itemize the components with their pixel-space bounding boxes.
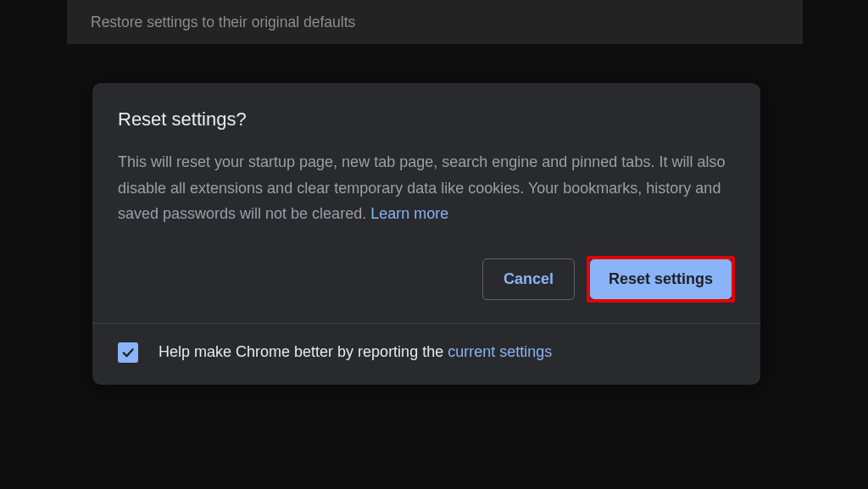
cancel-button[interactable]: Cancel [482,258,575,300]
dialog-footer: Help make Chrome better by reporting the… [92,323,760,385]
report-settings-checkbox[interactable] [118,342,138,363]
dialog-body: This will reset your startup page, new t… [118,149,735,227]
dialog-title: Reset settings? [118,108,735,131]
settings-row-label: Restore settings to their original defau… [91,14,355,31]
highlight-annotation: Reset settings [587,256,735,303]
footer-prefix: Help make Chrome better by reporting the [159,343,448,360]
checkmark-icon [120,345,136,360]
current-settings-link[interactable]: current settings [448,343,552,360]
settings-background-row: Restore settings to their original defau… [67,0,803,44]
learn-more-link[interactable]: Learn more [370,205,448,222]
footer-text: Help make Chrome better by reporting the… [159,343,552,361]
reset-settings-button[interactable]: Reset settings [590,259,732,299]
reset-settings-dialog: Reset settings? This will reset your sta… [92,83,760,385]
dialog-content: Reset settings? This will reset your sta… [92,83,760,323]
dialog-actions: Cancel Reset settings [118,256,735,303]
